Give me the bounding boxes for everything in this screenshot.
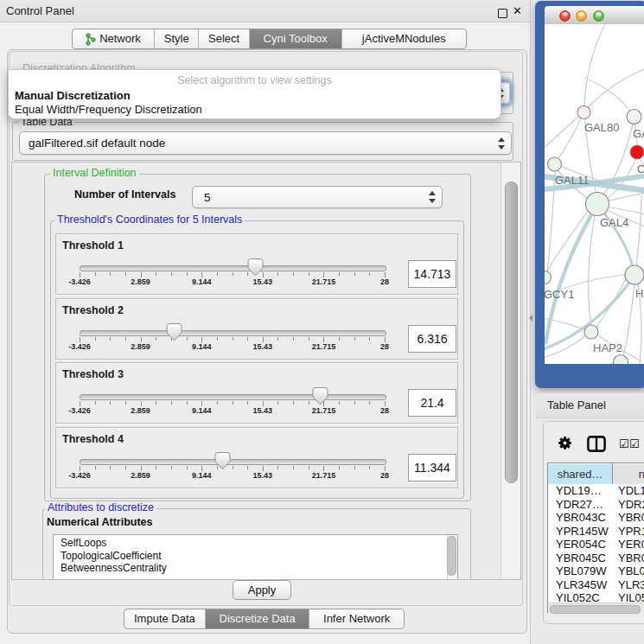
table-panel-titlebar[interactable]: Table Panel <box>536 392 644 418</box>
network-node-g2[interactable] <box>627 110 641 124</box>
slider-thumb[interactable] <box>166 323 182 341</box>
slider-tick <box>309 401 309 405</box>
apply-button[interactable]: Apply <box>233 580 291 600</box>
slider-tick <box>247 337 248 341</box>
cell-shared-name: YIL052C <box>556 591 613 603</box>
list-item[interactable]: BetweennessCentrality <box>61 562 167 574</box>
table-data-combobox[interactable]: galFiltered.sif default node <box>19 131 512 155</box>
tab-select[interactable]: Select <box>199 29 249 48</box>
network-node-label: GA <box>633 127 644 140</box>
slider-tick-label: 2.859 <box>131 342 150 351</box>
split-collapse-icon[interactable] <box>529 315 532 322</box>
slider-tick-label: 15.43 <box>253 342 273 351</box>
table-row[interactable]: YIL052CYIL052C <box>548 591 644 603</box>
cell-shared-name: YBR045C <box>556 552 613 565</box>
column-header-name[interactable]: na <box>613 463 644 485</box>
network-node-hap2[interactable] <box>584 325 598 339</box>
network-node-h[interactable] <box>625 265 644 284</box>
control-panel-titlebar[interactable]: Control Panel ✕ <box>0 0 530 22</box>
tab-discretize-data[interactable]: Discretize Data <box>206 609 310 628</box>
settings-scrollbar-thumb[interactable] <box>505 182 518 483</box>
threshold-value-field[interactable]: 14.713 <box>408 260 456 288</box>
network-node-bottom[interactable] <box>614 355 628 365</box>
float-window-icon[interactable] <box>498 9 507 18</box>
tab-label: Discretize Data <box>220 609 296 628</box>
table-hscrollbar[interactable] <box>547 603 644 613</box>
column-header-shared-name[interactable]: shared… <box>548 463 613 485</box>
slider-track[interactable] <box>80 265 386 271</box>
tab-impute-data[interactable]: Impute Data <box>124 609 206 628</box>
network-node-gal4[interactable] <box>586 193 609 216</box>
tab-cyni-toolbox[interactable]: Cyni Toolbox <box>250 29 342 48</box>
numerical-attributes-label: Numerical Attributes <box>47 516 152 528</box>
tab-label: Select <box>208 29 239 48</box>
network-edge <box>584 78 634 116</box>
slider-track[interactable] <box>80 330 386 336</box>
cell-shared-name: YBR043C <box>556 511 613 525</box>
table-row[interactable]: YER054CYER054C <box>548 538 644 552</box>
slider-tick <box>187 272 188 276</box>
slider-tick <box>339 401 340 405</box>
slider-thumb[interactable] <box>312 387 328 405</box>
network-node-pink[interactable] <box>577 106 590 119</box>
threshold-value-field[interactable]: 11.344 <box>408 454 456 481</box>
table-row[interactable]: YBL079WYBL079W <box>548 564 644 578</box>
algorithm-option-equal-width[interactable]: Equal Width/Frequency Discretization <box>15 103 202 116</box>
slider-tick <box>233 337 233 341</box>
algorithm-option-manual[interactable]: Manual Discretization <box>15 89 131 102</box>
tab-network[interactable]: Network <box>73 29 155 48</box>
tab-jactivemnodules[interactable]: jActiveMNodules <box>342 29 466 48</box>
slider-tick <box>277 272 278 276</box>
network-edge <box>589 215 595 325</box>
minimize-traffic-light-icon[interactable] <box>576 10 587 22</box>
split-columns-icon[interactable] <box>587 436 606 452</box>
list-item[interactable]: TopologicalCoefficient <box>61 550 162 562</box>
network-node-gcy1[interactable] <box>545 271 552 284</box>
slider-tick <box>171 401 172 405</box>
network-window-titlebar[interactable] <box>545 6 644 25</box>
attributes-list-scrollbar-thumb[interactable] <box>447 536 456 576</box>
network-view-window[interactable]: GAL80GACGAL11GAL4GCY1HHAP2 <box>535 1 644 388</box>
table-hscrollbar-thumb[interactable] <box>550 605 641 614</box>
table-row[interactable]: YBR043CYBR043C <box>548 511 644 525</box>
slider-track[interactable] <box>80 394 386 400</box>
threshold-value-field[interactable]: 21.4 <box>408 389 456 417</box>
slider-thumb[interactable] <box>247 258 264 277</box>
threshold-value-field[interactable]: 6.316 <box>408 325 456 353</box>
table-row[interactable]: YPR145WYPR145W <box>548 525 644 539</box>
cell-shared-name: YDR27… <box>556 498 613 512</box>
checkbox-icon[interactable]: ☑ <box>619 438 629 450</box>
table-row[interactable]: YBR045CYBR045C <box>548 552 644 565</box>
slider-tick <box>293 466 294 469</box>
slider-tick-label: 21.715 <box>312 277 336 286</box>
network-edge <box>583 67 644 112</box>
number-of-intervals-combobox[interactable]: 5 <box>192 186 443 208</box>
list-item[interactable]: SelfLoops <box>61 537 106 549</box>
slider-tick <box>187 466 188 469</box>
gear-icon[interactable] <box>558 436 572 450</box>
attributes-list-scrollbar[interactable] <box>447 535 457 580</box>
network-node-red[interactable] <box>630 145 644 159</box>
table-body: YDL19…YDL19YDR27…YDR27YBR043CYBR043CYPR1… <box>547 484 644 603</box>
slider-thumb[interactable] <box>214 452 231 470</box>
table-toolbar: ☑ ☑ <box>544 422 644 462</box>
slider-track[interactable] <box>80 459 386 465</box>
numerical-attributes-list[interactable]: SelfLoopsTopologicalCoefficientBetweenne… <box>53 534 458 580</box>
close-icon[interactable]: ✕ <box>513 3 525 20</box>
table-row[interactable]: YDL19…YDL19 <box>548 484 644 498</box>
network-canvas[interactable]: GAL80GACGAL11GAL4GCY1HHAP2 <box>545 24 644 364</box>
table-row[interactable]: YLR345WYLR345W <box>548 578 644 592</box>
network-node-label: GAL11 <box>555 174 590 187</box>
slider-tick <box>354 337 355 341</box>
algorithm-prompt-option[interactable]: Select algorithm to view settings <box>9 74 501 86</box>
slider-tick <box>309 466 309 469</box>
checkbox-icon[interactable]: ☑ <box>629 438 640 450</box>
settings-scrollbar[interactable] <box>501 163 520 577</box>
close-traffic-light-icon[interactable] <box>559 10 571 22</box>
combo-updown-icon <box>498 137 505 150</box>
tab-infer-network[interactable]: Infer Network <box>309 609 404 628</box>
zoom-traffic-light-icon[interactable] <box>593 10 604 22</box>
table-row[interactable]: YDR27…YDR27 <box>548 498 644 512</box>
network-node-gal11[interactable] <box>548 157 562 171</box>
tab-style[interactable]: Style <box>155 29 199 48</box>
